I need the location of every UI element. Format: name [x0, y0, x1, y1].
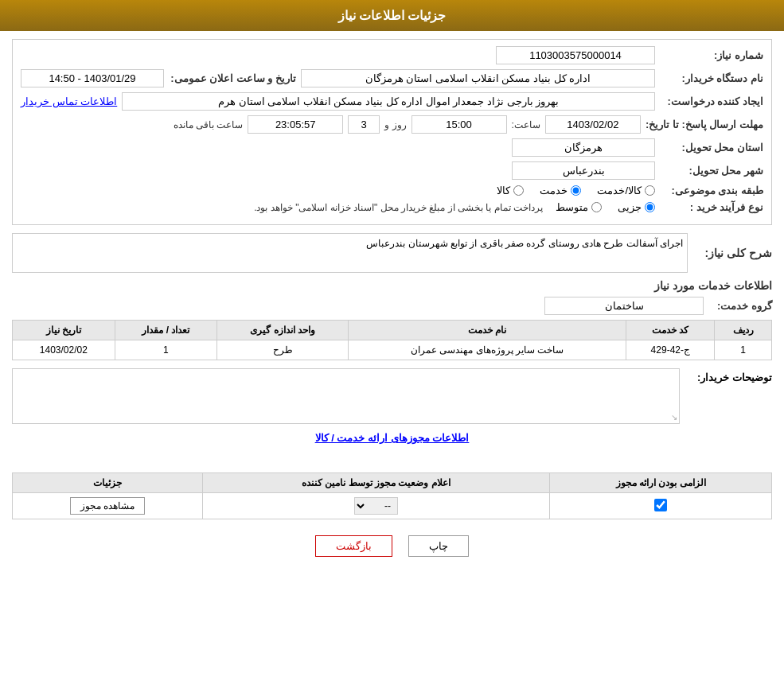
radio-motavasset-input[interactable] [591, 202, 602, 212]
tarikh-saat-value: 1403/01/29 - 14:50 [21, 69, 164, 87]
col-radif: ردیف [715, 321, 772, 340]
licenses-header-row: الزامی بودن ارائه مجوز اعلام وضعیت مجوز … [13, 473, 772, 493]
radio-kala-input[interactable] [513, 185, 524, 196]
radio-motavasset-label: متوسط [556, 201, 588, 213]
noe-farayand-radio-group: جزیی متوسط [556, 201, 655, 213]
tabaqebandi-label: طبقه بندی موضوعی: [660, 185, 763, 196]
noe-farayand-label: نوع فرآیند خرید : [660, 201, 763, 213]
table-cell-vahedAndaze: طرح [217, 340, 349, 360]
licenses-table: الزامی بودن ارائه مجوز اعلام وضعیت مجوز … [12, 472, 772, 519]
mohlat-rooz-label: روز و [384, 119, 406, 130]
main-content: شماره نیاز: 1103003575000014 نام دستگاه … [0, 31, 784, 565]
lic-vazeiat-cell: -- دارم ندارم [202, 493, 550, 519]
ijad-konande-link[interactable]: اطلاعات تماس خریدار [21, 95, 117, 107]
mohlat-zaman: 23:05:57 [248, 115, 343, 134]
col-nam: نام خدمت [348, 321, 626, 340]
lic-col-elzami: الزامی بودن ارائه مجوز [550, 473, 772, 493]
buyer-notes-resize-icon: ↘ [671, 413, 677, 422]
nam-dastgah-value: اداره کل بنیاد مسکن انقلاب اسلامی استان … [301, 69, 655, 87]
tarikh-saat-row: نام دستگاه خریدار: اداره کل بنیاد مسکن ا… [21, 69, 763, 87]
shomare-niaz-label: شماره نیاز: [660, 49, 763, 61]
print-button[interactable]: چاپ [408, 535, 469, 557]
tabaqebandi-row: طبقه بندی موضوعی: کالا/خدمت خدمت کالا [21, 185, 763, 196]
khadamat-table: ردیف کد خدمت نام خدمت واحد اندازه گیری ت… [12, 320, 772, 360]
table-cell-namKhedmat: ساخت سایر پروژه‌های مهندسی عمران [348, 340, 626, 360]
sharh-label: شرح کلی نیاز: [692, 247, 772, 259]
shomare-niaz-row: شماره نیاز: 1103003575000014 [21, 46, 763, 64]
lic-vazeiat-select[interactable]: -- دارم ندارم [354, 497, 398, 515]
col-tedad: تعداد / مقدار [115, 321, 217, 340]
sharh-row: شرح کلی نیاز: اجرای آسفالت طرح هادی روست… [12, 233, 772, 273]
info-section: شماره نیاز: 1103003575000014 نام دستگاه … [12, 39, 772, 225]
mohlat-date: 1403/02/02 [545, 115, 641, 134]
noe-farayand-note: پرداخت تمام یا بخشی از مبلغ خریدار محل "… [254, 202, 543, 213]
khadamat-title: اطلاعات خدمات مورد نیاز [12, 279, 772, 292]
radio-kala-label: کالا [497, 185, 510, 196]
page-header: جزئیات اطلاعات نیاز [0, 0, 784, 31]
buyer-notes-label: توضیحات خریدار: [685, 368, 772, 383]
ijad-konande-row: ایجاد کننده درخواست: بهروز بارجی نژاد جم… [21, 92, 763, 111]
khadamat-table-container: ردیف کد خدمت نام خدمت واحد اندازه گیری ت… [12, 320, 772, 360]
ostan-label: استان محل تحویل: [660, 142, 763, 154]
radio-khedmat-label: خدمت [540, 185, 568, 196]
radio-khedmat: خدمت [540, 185, 581, 196]
table-cell-tedad: 1 [115, 340, 217, 360]
mohlat-rooz: 3 [348, 115, 380, 134]
mohlat-row: مهلت ارسال پاسخ: تا تاریخ: 1403/02/02 سا… [21, 115, 763, 134]
sharh-value: اجرای آسفالت طرح هادی روستای گرده صفر با… [12, 233, 688, 273]
ijad-konande-value: بهروز بارجی نژاد جمعدار اموال اداره کل ب… [122, 92, 655, 111]
table-cell-kodKhedmat: ج-42-429 [626, 340, 715, 360]
licenses-title[interactable]: اطلاعات مجوزهای ارائه خدمت / کالا [12, 432, 772, 444]
shahr-value: بندرعباس [512, 161, 655, 180]
buyer-notes-box: ↘ [12, 368, 680, 424]
mohlat-baghi-label: ساعت باقی مانده [174, 119, 244, 130]
col-kod: کد خدمت [626, 321, 715, 340]
back-button[interactable]: بازگشت [315, 535, 392, 557]
mohlat-saat-label: ساعت: [512, 119, 540, 130]
tabaqebandi-radio-group: کالا/خدمت خدمت کالا [497, 185, 655, 196]
table-cell-tarikh: 1403/02/02 [13, 340, 115, 360]
mohlat-label: مهلت ارسال پاسخ: تا تاریخ: [646, 119, 763, 130]
lic-elzami-cell [550, 493, 772, 519]
mohlat-saat: 15:00 [412, 115, 507, 134]
radio-jazii: جزیی [618, 201, 655, 213]
radio-kala-khedmat-input[interactable] [645, 185, 655, 196]
radio-motavasset: متوسط [556, 201, 602, 213]
tarikh-saat-label: تاریخ و ساعت اعلان عمومی: [169, 72, 296, 84]
table-row: -- دارم ندارم مشاهده مجوز [13, 493, 772, 519]
ijad-konande-label: ایجاد کننده درخواست: [660, 95, 763, 107]
table-header-row: ردیف کد خدمت نام خدمت واحد اندازه گیری ت… [13, 321, 772, 340]
noe-farayand-row: نوع فرآیند خرید : جزیی متوسط پرداخت تمام… [21, 201, 763, 213]
shomare-niaz-value: 1103003575000014 [496, 46, 655, 64]
table-cell-radif: 1 [715, 340, 772, 360]
goroh-khedmat-value: ساختمان [544, 297, 704, 315]
ostan-row: استان محل تحویل: هرمزگان [21, 138, 763, 157]
radio-kala-khedmat: کالا/خدمت [597, 185, 655, 196]
table-row: 1ج-42-429ساخت سایر پروژه‌های مهندسی عمرا… [13, 340, 772, 360]
lic-joziat-cell: مشاهده مجوز [13, 493, 203, 519]
lic-col-joziat: جزئیات [13, 473, 203, 493]
radio-kala-khedmat-label: کالا/خدمت [597, 185, 642, 196]
action-buttons: چاپ بازگشت [12, 535, 772, 557]
radio-khedmat-input[interactable] [571, 185, 581, 196]
ostan-value: هرمزگان [512, 138, 655, 157]
buyer-notes-row: توضیحات خریدار: ↘ [12, 368, 772, 424]
col-vahed: واحد اندازه گیری [217, 321, 349, 340]
nam-dastgah-label: نام دستگاه خریدار: [660, 72, 763, 84]
licenses-tbody: -- دارم ندارم مشاهده مجوز [13, 493, 772, 519]
page-title: جزئیات اطلاعات نیاز [338, 9, 447, 22]
spacer [12, 449, 772, 472]
lic-col-vazeiat: اعلام وضعیت مجوز توسط نامین کننده [202, 473, 550, 493]
view-license-button[interactable]: مشاهده مجوز [70, 497, 145, 515]
radio-jazii-input[interactable] [645, 202, 655, 212]
radio-jazii-label: جزیی [618, 201, 642, 213]
page-container: جزئیات اطلاعات نیاز شماره نیاز: 11030035… [0, 0, 784, 696]
goroh-khedmat-label: گروه خدمت: [708, 300, 772, 312]
shahr-label: شهر محل تحویل: [660, 165, 763, 177]
col-tarikh: تاریخ نیاز [13, 321, 115, 340]
goroh-khedmat-row: گروه خدمت: ساختمان [12, 297, 772, 315]
shahr-row: شهر محل تحویل: بندرعباس [21, 161, 763, 180]
radio-kala: کالا [497, 185, 524, 196]
lic-elzami-checkbox[interactable] [654, 499, 667, 511]
khadamat-tbody: 1ج-42-429ساخت سایر پروژه‌های مهندسی عمرا… [13, 340, 772, 360]
